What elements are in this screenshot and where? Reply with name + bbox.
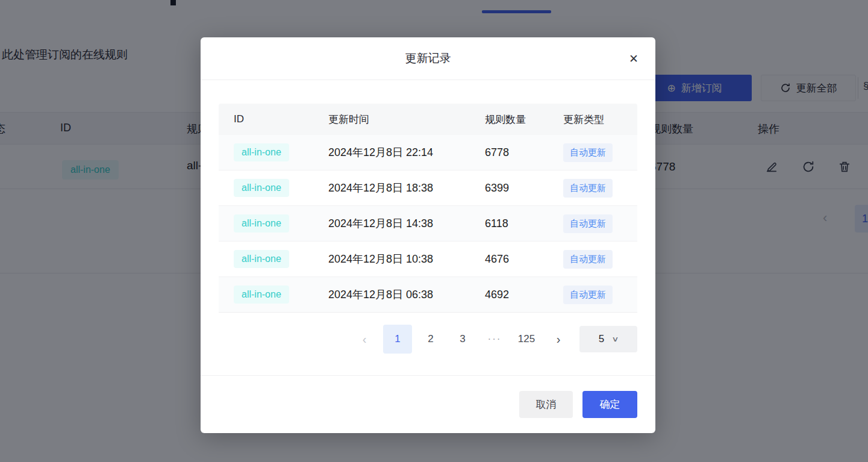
table-header-row: ID 更新时间 规则数量 更新类型	[219, 104, 637, 135]
row-type-badge: 自动更新	[563, 143, 613, 162]
th-id: ID	[219, 113, 328, 125]
row-type-badge: 自动更新	[563, 179, 613, 198]
modal-body: ID 更新时间 规则数量 更新类型 all-in-one 2024年12月8日 …	[201, 80, 655, 354]
th-type: 更新类型	[563, 113, 637, 126]
close-icon[interactable]: ✕	[625, 51, 642, 67]
modal-header: 更新记录 ✕	[201, 37, 655, 80]
update-records-table: ID 更新时间 规则数量 更新类型 all-in-one 2024年12月8日 …	[219, 104, 637, 313]
row-id-badge: all-in-one	[234, 250, 289, 268]
row-count: 4692	[485, 289, 563, 301]
pagination-page-3[interactable]: 3	[449, 325, 476, 354]
row-count: 6399	[485, 182, 563, 195]
row-id-badge: all-in-one	[234, 286, 289, 304]
row-type-badge: 自动更新	[563, 286, 613, 304]
row-count: 6778	[485, 146, 563, 159]
row-time: 2024年12月8日 06:38	[328, 287, 485, 302]
pagination-page-1[interactable]: 1	[383, 325, 412, 354]
table-row: all-in-one 2024年12月8日 06:38 4692 自动更新	[219, 277, 637, 313]
cancel-button[interactable]: 取消	[519, 391, 573, 418]
row-time: 2024年12月8日 10:38	[328, 252, 485, 266]
pagination-prev-icon[interactable]: ‹	[351, 325, 378, 354]
modal-title: 更新记录	[405, 51, 451, 66]
table-row: all-in-one 2024年12月8日 10:38 4676 自动更新	[219, 242, 637, 277]
table-row: all-in-one 2024年12月8日 14:38 6118 自动更新	[219, 206, 637, 242]
row-time: 2024年12月8日 18:38	[328, 181, 485, 195]
pagination-next-icon[interactable]: ›	[545, 325, 572, 354]
pagination-ellipsis[interactable]: ···	[481, 325, 508, 354]
pagination-page-2[interactable]: 2	[417, 325, 444, 354]
table-row: all-in-one 2024年12月8日 22:14 6778 自动更新	[219, 135, 637, 170]
row-time: 2024年12月8日 22:14	[328, 145, 485, 160]
row-id-badge: all-in-one	[234, 214, 289, 233]
page-size-select[interactable]: 5 ∨	[579, 326, 637, 352]
table-row: all-in-one 2024年12月8日 18:38 6399 自动更新	[219, 170, 637, 206]
pagination: ‹ 1 2 3 ··· 125 › 5 ∨	[219, 325, 637, 354]
row-count: 6118	[485, 217, 563, 230]
th-count: 规则数量	[485, 113, 563, 126]
row-id-badge: all-in-one	[234, 179, 289, 197]
update-records-modal: 更新记录 ✕ ID 更新时间 规则数量 更新类型 all-in-one 2024…	[201, 37, 655, 433]
pagination-page-125[interactable]: 125	[513, 325, 540, 354]
confirm-button[interactable]: 确定	[582, 391, 637, 418]
row-type-badge: 自动更新	[563, 214, 613, 233]
chevron-down-icon: ∨	[612, 335, 619, 343]
modal-footer: 取消 确定	[201, 375, 655, 433]
page-size-value: 5	[599, 333, 604, 345]
th-time: 更新时间	[328, 113, 485, 126]
row-count: 4676	[485, 253, 563, 266]
row-time: 2024年12月8日 14:38	[328, 216, 485, 231]
row-type-badge: 自动更新	[563, 250, 613, 269]
row-id-badge: all-in-one	[234, 143, 289, 161]
